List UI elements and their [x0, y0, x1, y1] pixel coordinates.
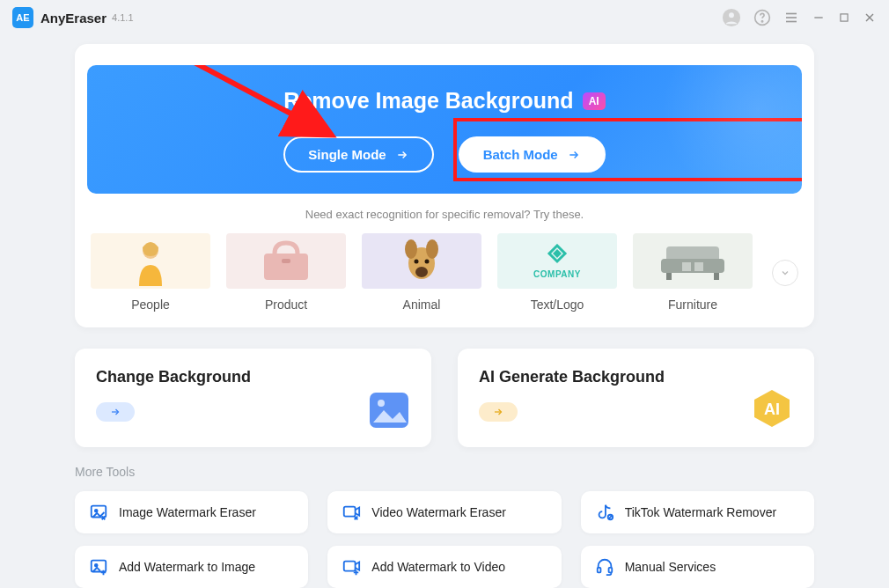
category-label: Animal — [362, 298, 481, 312]
category-people[interactable]: People — [91, 233, 210, 312]
tool-manual-services[interactable]: Manual Services — [581, 546, 814, 588]
app-version: 4.1.1 — [112, 12, 133, 23]
category-label: Product — [226, 298, 346, 312]
svg-text:AI: AI — [764, 401, 780, 418]
hero-hint: Need exact recognition for specific remo… — [87, 208, 802, 221]
svg-point-31 — [378, 400, 385, 407]
tool-label: Add Watermark to Video — [371, 560, 505, 574]
arrow-right-icon — [567, 149, 581, 161]
tool-label: Manual Services — [625, 560, 716, 574]
batch-mode-button[interactable]: Batch Mode — [459, 136, 606, 173]
headset-icon — [595, 557, 614, 577]
chevron-down-icon — [780, 268, 790, 278]
svg-point-18 — [405, 239, 417, 259]
menu-icon[interactable] — [783, 10, 799, 26]
picture-icon — [368, 391, 410, 433]
svg-rect-26 — [714, 273, 719, 280]
svg-point-1 — [729, 12, 734, 18]
minimize-icon[interactable] — [812, 11, 826, 25]
svg-rect-27 — [682, 262, 691, 271]
category-furniture[interactable]: Furniture — [633, 233, 753, 312]
hero-title: Remove Image Background — [283, 88, 573, 114]
svg-rect-40 — [344, 562, 356, 571]
tool-tiktok-watermark-remover[interactable]: TikTok Watermark Remover — [581, 491, 814, 533]
svg-point-36 — [95, 510, 98, 512]
tool-add-watermark-video[interactable]: Add Watermark to Video — [327, 546, 561, 588]
svg-rect-24 — [661, 259, 724, 273]
svg-point-3 — [761, 21, 762, 22]
svg-point-22 — [425, 259, 430, 263]
titlebar: AE AnyEraser 4.1.1 — [0, 0, 889, 35]
ai-generate-background-card[interactable]: AI Generate Background AI — [458, 349, 814, 447]
tool-label: Image Watermark Eraser — [119, 505, 256, 519]
category-label: Furniture — [633, 298, 753, 312]
hero-banner: Remove Image Background AI Single Mode B… — [87, 65, 802, 194]
svg-rect-28 — [694, 262, 703, 271]
svg-point-20 — [415, 267, 428, 277]
single-mode-label: Single Mode — [308, 147, 386, 162]
tool-label: TikTok Watermark Remover — [625, 505, 776, 519]
tool-add-watermark-image[interactable]: Add Watermark to Image — [75, 546, 308, 588]
tiktok-icon — [595, 503, 614, 522]
product-thumb — [226, 233, 346, 289]
change-bg-go-button[interactable] — [96, 402, 135, 422]
category-label: Text/Logo — [497, 298, 617, 312]
card-title: Change Background — [96, 368, 410, 386]
animal-thumb — [362, 233, 481, 289]
ai-badge: AI — [583, 92, 606, 110]
arrow-right-icon — [395, 149, 409, 161]
arrow-right-icon — [109, 407, 121, 417]
tool-label: Video Watermark Eraser — [371, 505, 506, 519]
category-text-logo[interactable]: COMPANY Text/Logo — [497, 233, 617, 312]
furniture-thumb — [633, 233, 753, 289]
card-title: AI Generate Background — [479, 368, 793, 386]
account-icon[interactable] — [722, 8, 741, 27]
ai-hex-icon: AI — [751, 387, 793, 433]
svg-rect-39 — [344, 507, 356, 517]
svg-rect-8 — [841, 14, 848, 21]
single-mode-button[interactable]: Single Mode — [283, 136, 433, 173]
category-next-button[interactable] — [772, 260, 798, 286]
video-add-icon — [342, 557, 361, 577]
app-logo: AE — [12, 7, 33, 28]
svg-point-19 — [426, 239, 438, 259]
tool-image-watermark-eraser[interactable]: Image Watermark Eraser — [75, 491, 308, 533]
arrow-right-icon — [492, 407, 504, 417]
image-erase-icon — [89, 503, 108, 522]
more-tools-label: More Tools — [75, 465, 814, 479]
category-row: People Product Animal COMPANY Text/Lo — [87, 233, 802, 312]
hero-card: Remove Image Background AI Single Mode B… — [75, 44, 814, 327]
tool-label: Add Watermark to Image — [119, 560, 255, 574]
close-icon[interactable] — [863, 11, 877, 25]
category-label: People — [91, 298, 210, 312]
category-product[interactable]: Product — [226, 233, 346, 312]
help-icon[interactable] — [753, 9, 771, 26]
svg-point-38 — [95, 564, 98, 567]
svg-rect-16 — [282, 259, 290, 263]
svg-rect-43 — [608, 568, 612, 573]
svg-rect-42 — [597, 568, 600, 573]
maximize-icon[interactable] — [838, 11, 850, 24]
app-name: AnyEraser — [40, 11, 107, 26]
svg-rect-25 — [666, 273, 672, 280]
image-add-icon — [89, 557, 108, 577]
people-thumb — [91, 233, 210, 289]
batch-mode-label: Batch Mode — [483, 147, 558, 162]
svg-rect-15 — [264, 254, 308, 280]
ai-bg-go-button[interactable] — [479, 402, 518, 422]
change-background-card[interactable]: Change Background — [75, 349, 431, 447]
video-erase-icon — [342, 503, 361, 522]
tool-video-watermark-eraser[interactable]: Video Watermark Eraser — [327, 491, 561, 533]
company-text: COMPANY — [533, 269, 581, 279]
svg-point-21 — [415, 259, 419, 263]
text-logo-thumb: COMPANY — [497, 233, 617, 289]
category-animal[interactable]: Animal — [362, 233, 481, 312]
